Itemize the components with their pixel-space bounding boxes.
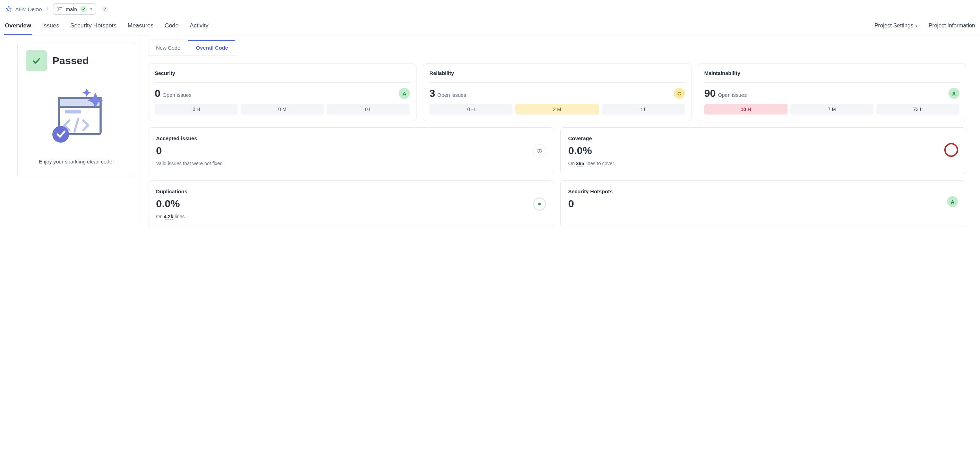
tab-overall-code[interactable]: Overall Code xyxy=(188,40,236,56)
open-issues-label: Open issues xyxy=(437,92,466,98)
card-title: Maintainability xyxy=(704,70,959,76)
security-card: Security 0 Open issues A 0 H 0 M 0 L xyxy=(148,64,417,121)
duplications-subtext: On 4.2k lines. xyxy=(156,214,546,219)
open-issues-label: Open issues xyxy=(163,92,191,98)
maintainability-grade-badge: A xyxy=(948,88,959,99)
nav-issues[interactable]: Issues xyxy=(41,19,60,35)
severity-low[interactable]: 0 L xyxy=(327,104,410,115)
branch-icon xyxy=(57,6,62,12)
nav-security-hotspots[interactable]: Security Hotspots xyxy=(70,19,117,35)
severity-high[interactable]: 0 H xyxy=(429,104,512,115)
tab-new-code[interactable]: New Code xyxy=(148,40,188,56)
svg-point-2 xyxy=(57,10,59,11)
severity-medium[interactable]: 2 M xyxy=(515,104,598,115)
code-scope-tabs: New Code Overall Code xyxy=(148,40,236,56)
tagline-text: Enjoy your sparkling clean code! xyxy=(26,159,127,164)
accepted-issues-subtext: Valid issues that were not fixed xyxy=(156,161,546,166)
branch-selector[interactable]: main ▾ xyxy=(53,3,96,14)
help-icon[interactable]: ? xyxy=(102,6,108,12)
chevron-down-icon: ▾ xyxy=(90,6,92,11)
accepted-issues-value[interactable]: 0 xyxy=(156,145,546,156)
coverage-card: Coverage 0.0% On 365 lines to cover. xyxy=(560,128,966,174)
severity-high[interactable]: 0 H xyxy=(155,104,238,115)
security-hotspots-card: Security Hotspots 0 A xyxy=(560,180,966,227)
branch-status-check-icon xyxy=(80,6,87,12)
svg-rect-6 xyxy=(65,110,81,113)
project-nav: Overview Issues Security Hotspots Measur… xyxy=(0,17,980,35)
card-title: Duplications xyxy=(156,188,546,195)
quality-gate-card: Passed Enjoy your sparkling cl xyxy=(18,41,135,177)
card-title: Coverage xyxy=(568,136,958,141)
project-name[interactable]: AEM Demo xyxy=(15,6,42,12)
accepted-issues-card: Accepted issues 0 Valid issues that were… xyxy=(148,128,554,174)
reliability-grade-badge: C xyxy=(674,88,685,99)
svg-marker-0 xyxy=(6,6,11,11)
clean-code-illustration xyxy=(26,86,127,145)
hotspots-value[interactable]: 0 xyxy=(568,198,958,210)
card-title: Security Hotspots xyxy=(568,188,958,195)
severity-low[interactable]: 1 L xyxy=(602,104,685,115)
nav-overview[interactable]: Overview xyxy=(4,19,32,35)
snooze-icon xyxy=(533,144,546,158)
project-header: AEM Demo / main ▾ ? xyxy=(0,0,980,17)
duplication-ring-icon xyxy=(533,198,546,210)
quality-gate-status: Passed xyxy=(52,55,89,67)
duplications-card: Duplications 0.0% On 4.2k lines. xyxy=(148,180,554,227)
maintainability-card: Maintainability 90 Open issues A 10 H 7 … xyxy=(698,64,966,121)
chevron-down-icon: ▾ xyxy=(915,24,918,28)
reliability-count[interactable]: 3 xyxy=(429,88,435,99)
passed-badge xyxy=(26,50,47,71)
card-title: Reliability xyxy=(429,70,684,76)
severity-medium[interactable]: 7 M xyxy=(790,104,873,115)
security-count[interactable]: 0 xyxy=(155,88,161,99)
severity-high[interactable]: 10 H xyxy=(704,104,788,115)
card-title: Security xyxy=(155,70,410,76)
coverage-lines[interactable]: 365 xyxy=(576,161,584,167)
coverage-value[interactable]: 0.0% xyxy=(568,145,958,156)
security-grade-badge: A xyxy=(399,88,410,99)
svg-point-1 xyxy=(57,7,59,8)
nav-project-settings[interactable]: Project Settings▾ xyxy=(874,19,918,35)
favorite-star-icon[interactable] xyxy=(6,6,12,12)
card-title: Accepted issues xyxy=(156,136,546,141)
breadcrumb-separator: / xyxy=(47,6,48,12)
nav-activity[interactable]: Activity xyxy=(189,19,209,35)
hotspots-grade-badge: A xyxy=(947,196,958,207)
nav-measures[interactable]: Measures xyxy=(127,19,154,35)
svg-point-7 xyxy=(52,126,69,143)
nav-project-information[interactable]: Project Information xyxy=(928,19,976,35)
severity-medium[interactable]: 0 M xyxy=(241,104,324,115)
severity-low[interactable]: 73 L xyxy=(876,104,959,115)
branch-name: main xyxy=(66,6,77,12)
reliability-card: Reliability 3 Open issues C 0 H 2 M 1 L xyxy=(423,64,691,121)
coverage-ring-icon xyxy=(944,143,958,157)
maintainability-count[interactable]: 90 xyxy=(704,88,716,99)
nav-code[interactable]: Code xyxy=(164,19,180,35)
coverage-subtext: On 365 lines to cover. xyxy=(568,161,958,166)
duplications-lines[interactable]: 4.2k xyxy=(164,214,173,220)
svg-point-3 xyxy=(60,7,61,8)
svg-marker-9 xyxy=(83,88,91,97)
open-issues-label: Open issues xyxy=(718,92,747,98)
duplications-value[interactable]: 0.0% xyxy=(156,198,546,210)
